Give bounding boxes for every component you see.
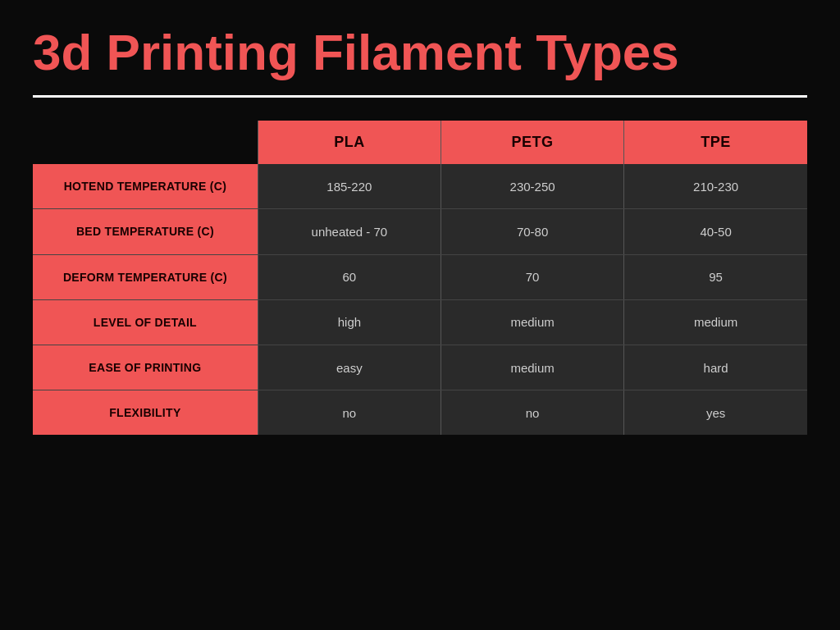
row-label-hotend: HOTEND TEMPERATURE (C) bbox=[33, 164, 258, 209]
cell-pla-bed: unheated - 70 bbox=[258, 209, 441, 254]
cell-pla-flex: no bbox=[258, 390, 441, 436]
header-petg: PETG bbox=[441, 121, 624, 164]
cell-petg-detail: medium bbox=[441, 299, 624, 345]
cell-pla-deform: 60 bbox=[258, 254, 441, 299]
table-row: LEVEL OF DETAIL high medium medium bbox=[33, 299, 807, 345]
row-label-bed: BED TEMPERATURE (C) bbox=[33, 209, 258, 254]
header-tpe: TPE bbox=[624, 121, 807, 164]
cell-petg-ease: medium bbox=[441, 345, 624, 390]
cell-pla-hotend: 185-220 bbox=[258, 164, 441, 209]
cell-tpe-ease: hard bbox=[624, 345, 807, 390]
cell-pla-ease: easy bbox=[258, 345, 441, 390]
cell-pla-detail: high bbox=[258, 299, 441, 345]
comparison-table: PLA PETG TPE HOTEND TEMPERATURE (C) 185-… bbox=[33, 121, 807, 435]
table-row: EASE OF PRINTING easy medium hard bbox=[33, 345, 807, 390]
row-label-flex: FLEXIBILITY bbox=[33, 390, 258, 436]
header-label-col bbox=[33, 121, 258, 164]
cell-petg-flex: no bbox=[441, 390, 624, 436]
cell-tpe-detail: medium bbox=[624, 299, 807, 345]
cell-petg-hotend: 230-250 bbox=[441, 164, 624, 209]
cell-petg-deform: 70 bbox=[441, 254, 624, 299]
cell-tpe-hotend: 210-230 bbox=[624, 164, 807, 209]
header-pla: PLA bbox=[258, 121, 441, 164]
divider bbox=[33, 95, 807, 98]
row-label-detail: LEVEL OF DETAIL bbox=[33, 299, 258, 345]
cell-petg-bed: 70-80 bbox=[441, 209, 624, 254]
row-label-ease: EASE OF PRINTING bbox=[33, 345, 258, 390]
table-row: DEFORM TEMPERATURE (C) 60 70 95 bbox=[33, 254, 807, 299]
table-row: BED TEMPERATURE (C) unheated - 70 70-80 … bbox=[33, 209, 807, 254]
cell-tpe-flex: yes bbox=[624, 390, 807, 436]
table-row: FLEXIBILITY no no yes bbox=[33, 390, 807, 436]
page-wrapper: 3d Printing Filament Types PLA PETG TPE … bbox=[0, 0, 840, 630]
cell-tpe-bed: 40-50 bbox=[624, 209, 807, 254]
row-label-deform: DEFORM TEMPERATURE (C) bbox=[33, 254, 258, 299]
page-title: 3d Printing Filament Types bbox=[33, 25, 807, 80]
table-header-row: PLA PETG TPE bbox=[33, 121, 807, 164]
cell-tpe-deform: 95 bbox=[624, 254, 807, 299]
table-row: HOTEND TEMPERATURE (C) 185-220 230-250 2… bbox=[33, 164, 807, 209]
